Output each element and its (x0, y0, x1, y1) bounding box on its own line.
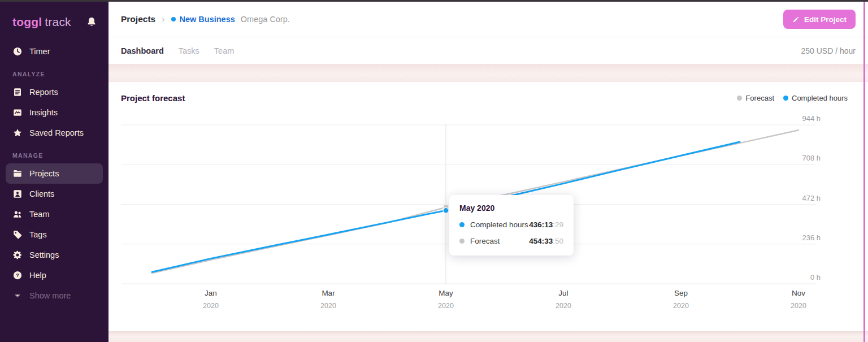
sidebar-item-settings[interactable]: Settings (6, 245, 103, 265)
sidebar-item-saved-reports[interactable]: Saved Reports (6, 123, 103, 143)
sidebar-item-projects[interactable]: Projects (6, 163, 103, 184)
billable-rate-label: 250 USD / hour (801, 46, 856, 55)
tooltip-series-name: Completed hours (470, 220, 528, 229)
tooltip-title: May 2020 (459, 204, 563, 213)
timer-icon (12, 46, 23, 57)
x-axis-year-label: 2020 (791, 302, 806, 310)
tooltip-series-value-seconds: :29 (553, 220, 563, 229)
legend-item-forecast[interactable]: Forecast (737, 94, 774, 102)
reports-icon (12, 87, 23, 97)
tag-icon (12, 230, 23, 240)
client-icon (12, 189, 23, 199)
breadcrumb-client-name: Omega Corp. (241, 15, 290, 24)
star-icon (12, 128, 23, 138)
insights-icon (12, 107, 23, 118)
tooltip-series-dot-icon (459, 239, 465, 244)
x-axis-month-label: Nov (792, 289, 805, 297)
tooltip-row-completed-hours: Completed hours436:13:29 (459, 220, 563, 229)
x-axis-year-label: 2020 (555, 302, 571, 310)
legend-item-completed-hours[interactable]: Completed hours (783, 94, 848, 102)
page-header: Projects › New Business Omega Corp. Edit… (108, 2, 868, 37)
sidebar-item-label: Projects (29, 169, 59, 178)
sidebar-item-label: Saved Reports (29, 128, 84, 137)
legend-dot-icon (737, 96, 742, 101)
chevron-down-icon (12, 291, 23, 301)
data-point-dot-completed-hours[interactable] (443, 207, 449, 213)
project-color-dot (171, 17, 176, 21)
x-axis-year-label: 2020 (203, 302, 219, 310)
breadcrumb-root[interactable]: Projects (121, 14, 155, 24)
sidebar-item-timer[interactable]: Timer (6, 41, 103, 62)
tab-team[interactable]: Team (214, 46, 234, 55)
svg-text:?: ? (16, 272, 19, 278)
legend-label: Forecast (745, 94, 774, 102)
tab-bar: DashboardTasksTeam 250 USD / hour (108, 37, 868, 64)
right-edge-accent-strip (863, 2, 865, 342)
section-separator-band (108, 64, 868, 82)
y-axis-tick-label: 236 h (802, 233, 821, 242)
x-axis-year-label: 2020 (438, 302, 454, 310)
project-forecast-card: Project forecast ForecastCompleted hours… (108, 82, 868, 331)
notifications-bell-icon[interactable] (86, 16, 97, 28)
sidebar-item-help[interactable]: ?Help (6, 265, 103, 285)
chart-title: Project forecast (121, 93, 185, 103)
x-axis-month-label: May (439, 289, 453, 297)
team-icon (12, 209, 23, 219)
sidebar-item-label: Settings (29, 250, 59, 259)
sidebar-item-label: Tags (29, 230, 47, 239)
sidebar-section-analyze: ANALYZE (0, 62, 108, 82)
sidebar-item-label: Timer (29, 47, 50, 56)
x-axis-month-label: Mar (322, 289, 335, 297)
main-content: Projects › New Business Omega Corp. Edit… (108, 2, 868, 342)
folder-icon (12, 168, 23, 179)
pencil-icon (792, 16, 800, 23)
logo-row: toggltrack (0, 2, 108, 29)
sidebar-nav: TimerANALYZEReportsInsightsSaved Reports… (0, 41, 108, 306)
tooltip-series-dot-icon (459, 222, 465, 227)
sidebar-section-manage: MANAGE (0, 143, 108, 163)
sidebar-item-team[interactable]: Team (6, 204, 103, 224)
window-top-strip (0, 0, 868, 2)
sidebar-item-label: Clients (29, 189, 54, 198)
toggl-track-logo[interactable]: toggltrack (12, 15, 71, 29)
x-axis-month-label: Jul (558, 289, 568, 297)
tab-dashboard[interactable]: Dashboard (121, 46, 164, 55)
sidebar-item-label: Insights (29, 108, 58, 117)
y-axis-tick-label: 944 h (802, 114, 821, 123)
tab-tasks[interactable]: Tasks (179, 46, 199, 55)
legend-label: Completed hours (792, 94, 848, 102)
breadcrumb-project-name[interactable]: New Business (180, 15, 235, 24)
edit-project-button[interactable]: Edit Project (783, 10, 856, 29)
sidebar-item-tags[interactable]: Tags (6, 224, 103, 245)
y-axis-tick-label: 472 h (802, 194, 821, 202)
sidebar-show-more[interactable]: Show more (6, 285, 103, 306)
tooltip-series-value: 436:13:29 (529, 220, 563, 229)
chart-legend: ForecastCompleted hours (737, 94, 856, 102)
x-axis-month-label: Jan (205, 289, 217, 297)
sidebar-item-label: Team (29, 210, 49, 219)
help-icon: ? (12, 270, 23, 280)
x-axis-year-label: 2020 (673, 302, 689, 310)
sidebar-item-insights[interactable]: Insights (6, 102, 103, 123)
x-axis-year-label: 2020 (320, 302, 336, 310)
y-axis-tick-label: 0 h (810, 273, 821, 282)
gear-icon (12, 250, 23, 260)
y-axis-tick-label: 708 h (802, 154, 821, 162)
legend-dot-icon (783, 96, 788, 101)
show-more-label: Show more (29, 291, 71, 300)
tooltip-row-forecast: Forecast454:33:50 (459, 237, 563, 245)
sidebar-item-label: Reports (29, 88, 58, 97)
chart-tooltip: May 2020 Completed hours436:13:29Forecas… (449, 195, 574, 256)
breadcrumb-separator-icon: › (162, 14, 164, 24)
sidebar: toggltrack TimerANALYZEReportsInsightsSa… (0, 2, 108, 342)
bottom-separator-band (108, 331, 868, 341)
sidebar-item-clients[interactable]: Clients (6, 184, 103, 204)
x-axis-month-label: Sep (674, 289, 688, 297)
sidebar-item-reports[interactable]: Reports (6, 82, 103, 102)
tooltip-series-value-seconds: :50 (553, 237, 563, 245)
tooltip-series-name: Forecast (470, 237, 500, 245)
sidebar-item-label: Help (29, 271, 46, 280)
tooltip-series-value: 454:33:50 (529, 237, 563, 245)
